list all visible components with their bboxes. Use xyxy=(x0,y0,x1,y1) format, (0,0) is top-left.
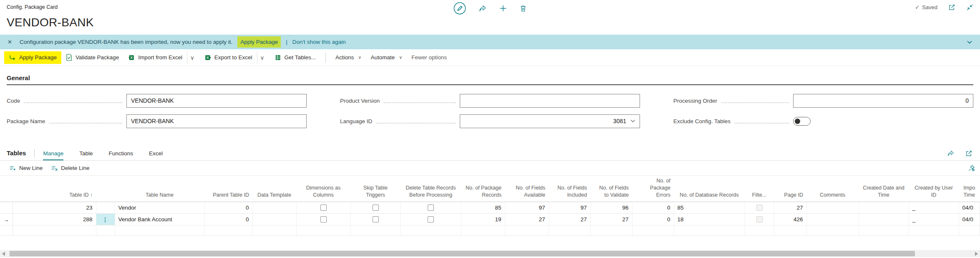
pin-icon[interactable] xyxy=(968,164,975,172)
scrollbar-track[interactable] xyxy=(7,250,973,257)
product-version-input[interactable] xyxy=(460,94,640,108)
chevron-down-icon[interactable] xyxy=(967,40,972,44)
column-header-parent-table-id[interactable]: Parent Table ID xyxy=(204,176,252,202)
scroll-right-icon[interactable] xyxy=(973,250,980,257)
package-name-input[interactable]: VENDOR-BANK xyxy=(126,114,307,128)
share-icon[interactable] xyxy=(479,5,487,12)
dont-show-again-link[interactable]: Don't show this again xyxy=(292,39,346,45)
no-of-database-records-link[interactable]: 18 xyxy=(674,214,745,225)
language-dropdown-chevron-icon[interactable] xyxy=(630,119,635,123)
table-id-cell[interactable]: 23 xyxy=(13,202,96,214)
column-header-page-id[interactable]: Page ID xyxy=(774,176,806,202)
table-name-cell[interactable]: Vendor xyxy=(115,202,204,214)
apply-package-link[interactable]: Apply Package xyxy=(237,36,281,48)
comments-cell[interactable] xyxy=(806,214,859,225)
no-of-fields-to-validate-link[interactable]: 96 xyxy=(590,202,632,214)
column-header-created-by-user-id[interactable]: Created by User ID xyxy=(909,176,959,202)
column-header-imported[interactable]: Impo Time xyxy=(959,176,980,202)
row-selector[interactable] xyxy=(0,202,13,214)
table-name-cell[interactable]: Vendor Bank Account xyxy=(115,214,204,225)
column-header-delete-table-records[interactable]: Delete Table Records Before Processing xyxy=(401,176,461,202)
table-id-cell[interactable]: 288 xyxy=(13,214,96,225)
fewer-options-button[interactable]: Fewer options xyxy=(407,51,451,63)
created-by-user-id-cell[interactable]: _ xyxy=(909,202,959,214)
open-in-new-window-icon[interactable] xyxy=(948,4,955,11)
tab-manage[interactable]: Manage xyxy=(43,150,63,160)
import-from-excel-button[interactable]: Import from Excel xyxy=(123,51,187,64)
delete-icon[interactable] xyxy=(519,5,527,12)
tab-table[interactable]: Table xyxy=(79,150,93,160)
row-selector[interactable]: → xyxy=(0,214,13,225)
skip-table-triggers-checkbox[interactable] xyxy=(373,216,379,223)
tables-caption[interactable]: Tables xyxy=(7,149,26,160)
delete-line-button[interactable]: Delete Line xyxy=(47,163,93,173)
export-to-excel-button[interactable]: Export to Excel xyxy=(200,51,257,64)
column-header-dimensions-as-columns[interactable]: Dimensions as Columns xyxy=(296,176,350,202)
created-by-user-id-cell[interactable]: _ xyxy=(909,214,959,225)
edit-icon[interactable] xyxy=(453,2,466,15)
column-header-comments[interactable]: Comments xyxy=(806,176,859,202)
column-header-filtered[interactable]: Filte... xyxy=(745,176,774,202)
column-header-no-of-fields-to-validate[interactable]: No. of Fields to Validate xyxy=(590,176,632,202)
column-header-table-id[interactable]: Table ID ↑ xyxy=(13,176,96,202)
column-header-no-of-fields-available[interactable]: No. of Fields Available xyxy=(505,176,549,202)
column-header-no-of-package-errors[interactable]: No. of Package Errors xyxy=(632,176,674,202)
exclude-config-tables-toggle[interactable] xyxy=(793,117,811,126)
no-of-fields-included-link[interactable]: 97 xyxy=(549,202,590,214)
data-template-cell[interactable] xyxy=(252,214,296,225)
page-id-cell[interactable]: 426 xyxy=(774,214,806,225)
close-icon[interactable]: ✕ xyxy=(8,39,12,45)
collapse-icon[interactable] xyxy=(966,4,973,11)
export-to-excel-dropdown[interactable]: ∨ xyxy=(257,51,267,64)
import-from-excel-dropdown[interactable]: ∨ xyxy=(187,51,197,64)
no-of-fields-included-link[interactable]: 27 xyxy=(549,214,590,225)
parent-table-id-cell[interactable]: 0 xyxy=(204,214,252,225)
language-id-input[interactable]: 3081 xyxy=(460,114,640,128)
no-of-fields-available-link[interactable]: 97 xyxy=(505,202,549,214)
code-input[interactable]: VENDOR-BANK xyxy=(126,94,307,108)
apply-package-button[interactable]: Apply Package xyxy=(4,51,61,64)
add-icon[interactable] xyxy=(499,5,507,12)
column-header-data-template[interactable]: Data Template xyxy=(252,176,296,202)
tab-excel[interactable]: Excel xyxy=(149,150,163,160)
column-header-no-of-fields-included[interactable]: No. of Fields Included xyxy=(549,176,590,202)
no-of-database-records-link[interactable]: 85 xyxy=(674,202,745,214)
column-header-no-of-package-records[interactable]: No. of Package Records xyxy=(461,176,505,202)
delete-table-records-checkbox[interactable] xyxy=(428,205,434,211)
breadcrumb[interactable]: Config. Package Card xyxy=(7,4,58,10)
processing-order-input[interactable]: 0 xyxy=(793,94,973,108)
no-of-fields-to-validate-link[interactable]: 27 xyxy=(590,214,632,225)
page-id-cell[interactable]: 27 xyxy=(774,202,806,214)
automate-menu[interactable]: Automate ∨ xyxy=(366,51,407,63)
tab-functions[interactable]: Functions xyxy=(108,150,133,160)
get-tables-button[interactable]: Get Tables... xyxy=(270,51,321,64)
notification-bar: ✕ Configuration package VENDOR-BANK has … xyxy=(0,35,980,49)
get-tables-icon xyxy=(275,54,281,61)
actions-menu[interactable]: Actions ∨ xyxy=(331,51,366,63)
scrollbar-thumb[interactable] xyxy=(10,251,915,256)
dimensions-as-columns-checkbox[interactable] xyxy=(320,216,327,223)
parent-table-id-cell[interactable]: 0 xyxy=(204,202,252,214)
data-template-cell[interactable] xyxy=(252,202,296,214)
skip-table-triggers-checkbox[interactable] xyxy=(373,205,379,211)
share-icon[interactable] xyxy=(947,150,955,157)
scroll-left-icon[interactable] xyxy=(0,250,7,257)
validate-package-button[interactable]: Validate Package xyxy=(61,51,123,64)
open-in-new-window-icon[interactable] xyxy=(965,150,972,157)
comments-cell[interactable] xyxy=(806,202,859,214)
delete-table-records-checkbox[interactable] xyxy=(428,216,434,223)
no-of-fields-available-link[interactable]: 27 xyxy=(505,214,549,225)
column-header-table-name[interactable]: Table Name xyxy=(115,176,204,202)
row-menu-icon[interactable]: ⋮ xyxy=(96,214,115,225)
no-of-package-errors-link[interactable]: 0 xyxy=(632,202,674,214)
dimensions-as-columns-checkbox[interactable] xyxy=(320,205,327,211)
new-line-button[interactable]: New Line xyxy=(5,163,47,173)
no-of-package-records-link[interactable]: 19 xyxy=(461,214,505,225)
column-header-created-date-and-time[interactable]: Created Date and Time xyxy=(859,176,909,202)
column-header-no-of-database-records[interactable]: No. of Database Records xyxy=(674,176,745,202)
general-section-title[interactable]: General xyxy=(7,74,973,81)
column-header-skip-table-triggers[interactable]: Skip Table Triggers xyxy=(350,176,401,202)
no-of-package-records-link[interactable]: 85 xyxy=(461,202,505,214)
no-of-package-errors-link[interactable]: 0 xyxy=(632,214,674,225)
horizontal-scrollbar[interactable] xyxy=(0,250,980,257)
